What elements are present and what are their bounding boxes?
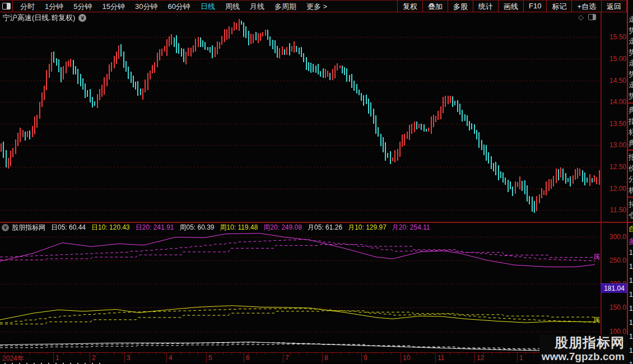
sidebar-separator — [628, 222, 633, 223]
toolbar-button-画线[interactable]: 画线 — [499, 1, 524, 12]
week-tick — [509, 353, 509, 354]
pane-toggle-icon[interactable] — [588, 14, 596, 20]
week-tick — [315, 353, 316, 354]
period-tab-日线[interactable]: 日线 — [196, 1, 220, 12]
toolbar-button-统计[interactable]: 统计 — [473, 1, 499, 12]
week-tick — [383, 353, 383, 354]
indicator-header: ∨ 股朋指标网 日05: 60.44日10: 120.43日20: 241.91… — [2, 223, 436, 232]
toolbar-button-+自选[interactable]: +自选 — [572, 1, 602, 12]
line-end-label: 属 — [593, 315, 601, 325]
indicator-value-日05: 日05: 60.44 — [51, 223, 86, 232]
sidebar-item[interactable]: 指 — [629, 116, 633, 127]
toolbar-button-多股[interactable]: 多股 — [448, 1, 473, 12]
week-tick — [4, 353, 5, 354]
indicator-value-月10: 月10: 129.97 — [348, 223, 387, 232]
sidebar-item[interactable]: 走 — [629, 15, 633, 25]
sidebar-item[interactable]: 自 — [629, 224, 633, 234]
week-tick — [122, 353, 123, 354]
sidebar-item[interactable]: 典 — [629, 105, 633, 115]
split-pane-button[interactable] — [0, 1, 13, 12]
period-tab-更多 >[interactable]: 更多 > — [301, 1, 332, 12]
toolbar-button-叠加[interactable]: 叠加 — [423, 1, 448, 12]
week-tick — [30, 353, 30, 354]
price-axis-label: 13.50 — [602, 120, 626, 128]
month-separator — [124, 353, 125, 363]
toolbar-button-复权[interactable]: 复权 — [398, 1, 423, 12]
week-tick — [391, 353, 392, 354]
price-axis-label: 15.00 — [602, 55, 626, 63]
sidebar-item[interactable]: 价 — [629, 164, 633, 174]
diamond-icon[interactable]: ◇ — [578, 13, 584, 21]
sidebar-item[interactable]: 持 — [629, 199, 633, 209]
title-corner-icons: ◇ — [578, 13, 596, 21]
sidebar-item[interactable]: 典 — [629, 138, 633, 148]
period-tab-30分钟[interactable]: 30分钟 — [130, 1, 162, 12]
sidebar-item[interactable]: 势 — [629, 26, 633, 36]
sidebar-item[interactable]: 多 — [629, 236, 633, 246]
week-tick — [139, 353, 139, 354]
page-title: 宁沪高速(日线.前复权) — [3, 13, 75, 23]
week-tick — [349, 353, 350, 354]
week-tick — [173, 353, 173, 354]
toolbar-button-F10[interactable]: F10 — [524, 1, 547, 12]
week-tick — [131, 353, 131, 354]
clipped-right-sidebar[interactable]: 走势走势走势走势典指标典报价分析持仓自多111111111 — [628, 0, 633, 364]
month-separator — [244, 353, 244, 363]
sidebar-item[interactable]: 走 — [629, 58, 633, 68]
indicator-value-月05: 月05: 61.26 — [308, 223, 342, 232]
month-label: 3 — [127, 354, 131, 362]
period-tab-月线[interactable]: 月线 — [245, 1, 269, 12]
week-tick — [21, 353, 22, 354]
sidebar-item[interactable]: 报 — [629, 152, 633, 162]
week-tick — [374, 353, 375, 354]
week-tick — [450, 353, 450, 354]
chart-title-row: 宁沪高速(日线.前复权) ∨ — [3, 13, 86, 22]
period-tab-1分钟[interactable]: 1分钟 — [40, 1, 68, 12]
month-label: 9 — [364, 354, 367, 362]
indicator-value-周10: 周10: 119.48 — [220, 223, 258, 232]
chevron-down-icon[interactable]: ∨ — [78, 14, 86, 22]
timeline-axis[interactable]: 2024年 1234567891011121 — [0, 352, 628, 364]
sidebar-item[interactable]: 析 — [629, 185, 633, 195]
month-separator — [53, 353, 54, 363]
main-candlestick-chart — [0, 12, 601, 222]
week-tick — [408, 353, 408, 354]
week-tick — [307, 353, 308, 354]
week-tick — [38, 353, 39, 354]
week-tick — [147, 353, 148, 354]
period-tab-60分钟[interactable]: 60分钟 — [162, 1, 195, 12]
line-end-label: 属 — [593, 252, 601, 262]
toolbar-button-返回[interactable]: 返回 — [602, 1, 627, 12]
sidebar-separator — [628, 197, 633, 198]
indicator-value-日20: 日20: 241.91 — [136, 223, 174, 232]
period-tab-多周期[interactable]: 多周期 — [269, 1, 301, 12]
sidebar-item[interactable]: 分 — [629, 174, 633, 184]
period-tab-周线[interactable]: 周线 — [220, 1, 245, 12]
week-tick — [534, 353, 534, 354]
period-tab-5分钟[interactable]: 5分钟 — [68, 1, 97, 12]
week-tick — [265, 353, 266, 354]
sidebar-item[interactable]: 标 — [629, 127, 633, 137]
month-separator — [435, 353, 436, 363]
sidebar-separator — [628, 102, 633, 104]
period-tab-15分钟[interactable]: 15分钟 — [97, 1, 129, 12]
toolbar-button-标记[interactable]: 标记 — [547, 1, 572, 12]
sidebar-item[interactable]: 势 — [629, 91, 633, 101]
indicator-chevron-icon[interactable]: ∨ — [2, 224, 9, 231]
sidebar-item[interactable]: 仓 — [629, 211, 633, 221]
trading-app-window: 分时1分钟5分钟15分钟30分钟60分钟日线周线月线多周期更多 > 复权叠加多股… — [0, 0, 633, 364]
watermark: 股朋指标网 www.7gpzb.com — [539, 335, 628, 364]
sidebar-item[interactable]: 走 — [629, 80, 633, 90]
clipped-quote-digit: 1 — [629, 333, 633, 340]
month-separator — [283, 353, 283, 363]
month-separator — [90, 353, 90, 363]
sidebar-separator — [628, 150, 633, 151]
week-tick — [290, 353, 291, 354]
sidebar-item[interactable]: 势 — [629, 48, 633, 58]
price-axis-label: 12.50 — [602, 163, 626, 171]
week-tick — [257, 353, 257, 354]
sidebar-item[interactable]: 走 — [629, 36, 633, 46]
week-tick — [105, 353, 106, 354]
sidebar-item[interactable]: 势 — [629, 69, 633, 80]
period-tab-分时[interactable]: 分时 — [15, 1, 40, 12]
